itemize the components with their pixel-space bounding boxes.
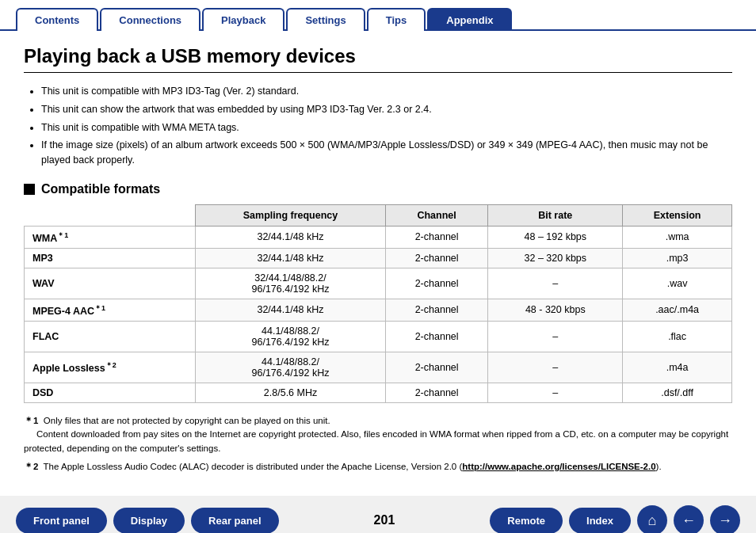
cell-bitrate: 48 - 320 kbps [488, 299, 623, 321]
tab-contents[interactable]: Contents [16, 8, 98, 31]
cell-format: FLAC [25, 322, 196, 352]
cell-format: WMA＊1 [25, 226, 196, 248]
compatible-formats-table: Sampling frequency Channel Bit rate Exte… [24, 204, 732, 403]
cell-extension: .wma [623, 226, 732, 248]
footnotes: ＊1 Only files that are not protected by … [24, 414, 732, 474]
index-button[interactable]: Index [569, 508, 631, 533]
cell-extension: .mp3 [623, 248, 732, 268]
table-row: WMA＊132/44.1/48 kHz2-channel48 – 192 kbp… [25, 226, 732, 248]
cell-channel: 2-channel [385, 383, 488, 403]
cell-channel: 2-channel [385, 248, 488, 268]
section-title: Compatible formats [24, 182, 732, 196]
footnote-2: ＊2 The Apple Lossless Audio Codec (ALAC)… [24, 460, 732, 474]
cell-sampling: 2.8/5.6 MHz [196, 383, 386, 403]
tab-settings[interactable]: Settings [286, 8, 365, 31]
cell-extension: .aac/.m4a [623, 299, 732, 321]
alac-link[interactable]: http://www.apache.org/licenses/LICENSE-2… [462, 462, 655, 471]
bullet-item-4: If the image size (pixels) of an album a… [41, 138, 732, 168]
cell-channel: 2-channel [385, 226, 488, 248]
cell-sampling: 32/44.1/48 kHz [196, 226, 386, 248]
cell-format: MPEG-4 AAC＊1 [25, 299, 196, 321]
cell-bitrate: – [488, 322, 623, 352]
col-header-channel: Channel [385, 204, 488, 226]
page-number: 201 [374, 513, 395, 527]
table-row: FLAC44.1/48/88.2/96/176.4/192 kHz2-chann… [25, 322, 732, 352]
cell-bitrate: – [488, 383, 623, 403]
cell-bitrate: – [488, 352, 623, 383]
cell-format: Apple Lossless＊2 [25, 352, 196, 383]
home-button[interactable]: ⌂ [637, 505, 667, 533]
cell-format: DSD [25, 383, 196, 403]
tab-navigation: Contents Connections Playback Settings T… [0, 0, 756, 31]
bullet-item-1: This unit is compatible with MP3 ID3-Tag… [41, 84, 732, 99]
bullet-item-2: This unit can show the artwork that was … [41, 102, 732, 117]
cell-extension: .dsf/.dff [623, 383, 732, 403]
cell-extension: .wav [623, 268, 732, 299]
cell-sampling: 44.1/48/88.2/96/176.4/192 kHz [196, 322, 386, 352]
table-row: DSD2.8/5.6 MHz2-channel–.dsf/.dff [25, 383, 732, 403]
table-row: MPEG-4 AAC＊132/44.1/48 kHz2-channel48 - … [25, 299, 732, 321]
tab-tips[interactable]: Tips [367, 8, 426, 31]
cell-bitrate: 32 – 320 kbps [488, 248, 623, 268]
remote-button[interactable]: Remote [490, 508, 563, 533]
back-button[interactable]: ← [674, 505, 704, 533]
col-header-bitrate: Bit rate [488, 204, 623, 226]
col-header-format [25, 204, 196, 226]
bottom-navigation: Front panel Display Rear panel 201 Remot… [0, 496, 756, 533]
main-content: Playing back a USB memory devices This u… [0, 31, 756, 533]
table-row: WAV32/44.1/48/88.2/96/176.4/192 kHz2-cha… [25, 268, 732, 299]
cell-channel: 2-channel [385, 352, 488, 383]
cell-channel: 2-channel [385, 299, 488, 321]
cell-extension: .flac [623, 322, 732, 352]
bullet-item-3: This unit is compatible with WMA META ta… [41, 120, 732, 135]
col-header-sampling: Sampling frequency [196, 204, 386, 226]
cell-sampling: 32/44.1/48 kHz [196, 299, 386, 321]
cell-bitrate: 48 – 192 kbps [488, 226, 623, 248]
cell-extension: .m4a [623, 352, 732, 383]
bottom-nav-buttons-left: Front panel Display Rear panel [16, 508, 279, 533]
page-title: Playing back a USB memory devices [24, 45, 732, 73]
cell-channel: 2-channel [385, 268, 488, 299]
table-row: Apple Lossless＊244.1/48/88.2/96/176.4/19… [25, 352, 732, 383]
rear-panel-button[interactable]: Rear panel [191, 508, 278, 533]
tab-appendix[interactable]: Appendix [427, 8, 512, 31]
cell-format: MP3 [25, 248, 196, 268]
forward-button[interactable]: → [710, 505, 740, 533]
cell-channel: 2-channel [385, 322, 488, 352]
footnote-1: ＊1 Only files that are not protected by … [24, 414, 732, 455]
cell-sampling: 32/44.1/48 kHz [196, 248, 386, 268]
bottom-nav-buttons-right: Remote Index ⌂ ← → [490, 505, 740, 533]
table-row: MP332/44.1/48 kHz2-channel32 – 320 kbps.… [25, 248, 732, 268]
cell-bitrate: – [488, 268, 623, 299]
display-button[interactable]: Display [113, 508, 185, 533]
tab-connections[interactable]: Connections [100, 8, 200, 31]
bullet-list: This unit is compatible with MP3 ID3-Tag… [24, 84, 732, 168]
cell-sampling: 44.1/48/88.2/96/176.4/192 kHz [196, 352, 386, 383]
col-header-extension: Extension [623, 204, 732, 226]
cell-format: WAV [25, 268, 196, 299]
cell-sampling: 32/44.1/48/88.2/96/176.4/192 kHz [196, 268, 386, 299]
front-panel-button[interactable]: Front panel [16, 508, 107, 533]
tab-playback[interactable]: Playback [202, 8, 284, 31]
